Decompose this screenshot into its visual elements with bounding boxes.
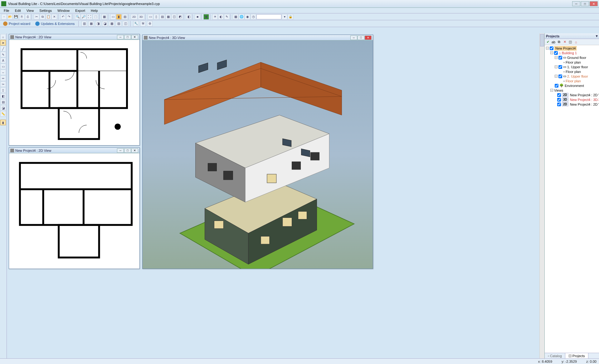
globe-icon[interactable]: 🌐 — [239, 14, 244, 20]
tool-a-icon[interactable]: ▥ — [81, 21, 87, 26]
compass-icon[interactable]: ◉ — [245, 14, 250, 20]
zoom-fit-icon[interactable]: ⛶ — [87, 14, 92, 20]
tree-view3[interactable]: New Project4 : 2D View — [570, 103, 599, 106]
saveall-icon[interactable]: ⎘ — [19, 14, 25, 20]
solid-icon[interactable]: ◪ — [0, 105, 6, 111]
collapse-icon[interactable]: − — [555, 65, 558, 68]
tree-checkbox[interactable] — [550, 46, 553, 50]
rect-icon[interactable]: ▭ — [0, 64, 6, 69]
tree-checkbox[interactable] — [558, 74, 562, 78]
lock-icon[interactable]: 🔒 — [288, 14, 293, 20]
clock-icon[interactable]: ◷ — [251, 14, 256, 20]
gear-icon[interactable]: ⚙ — [147, 21, 153, 26]
tree-checkbox[interactable] — [557, 103, 561, 106]
hatch-icon[interactable]: ▤ — [122, 14, 128, 20]
project-wizard-button[interactable]: Project wizard — [1, 21, 32, 26]
collapse-icon[interactable]: − — [550, 89, 553, 92]
max-button[interactable]: □ — [124, 148, 131, 153]
tree-checkbox[interactable] — [558, 65, 562, 69]
layer-icon[interactable]: ◧ — [186, 14, 192, 20]
cut-icon[interactable]: ✂ — [34, 14, 39, 20]
layers-icon[interactable]: ◫ — [568, 40, 573, 45]
redo-icon[interactable]: ↷ — [66, 14, 72, 20]
copy-icon[interactable]: ⧉ — [557, 40, 562, 45]
view-2d-button[interactable]: 2D — [131, 14, 138, 20]
tree-views[interactable]: Views — [554, 89, 563, 92]
max-button[interactable]: □ — [358, 36, 364, 40]
tree-checkbox[interactable] — [555, 84, 558, 88]
menu-file[interactable]: File — [1, 8, 12, 13]
print-icon[interactable]: ⎙ — [25, 14, 31, 20]
copy-icon[interactable]: ⧉ — [40, 14, 45, 20]
tree-checkbox[interactable] — [557, 93, 561, 97]
maximize-button[interactable]: □ — [581, 1, 589, 6]
min-button[interactable]: ─ — [350, 36, 357, 40]
pencil-icon[interactable]: ✎ — [0, 52, 6, 57]
dropdown-icon[interactable]: ▾ — [282, 14, 287, 20]
render-icon[interactable]: ■ — [195, 14, 200, 20]
tree-root[interactable]: New Project4 — [554, 46, 577, 50]
min-button[interactable]: ─ — [117, 35, 124, 39]
tree-floorplan-2[interactable]: Floor plan — [566, 79, 581, 83]
zoom-out-icon[interactable]: 🔎 — [81, 14, 86, 20]
layout-2-icon[interactable]: ▯ — [153, 14, 159, 20]
wand-icon[interactable]: ✎ — [224, 14, 230, 20]
cursor-icon[interactable]: ▮ — [0, 120, 6, 125]
stairs-icon[interactable]: ▤ — [0, 99, 6, 105]
select-icon[interactable]: ▭ — [110, 14, 116, 20]
updates-button[interactable]: Updates & Extensions — [33, 21, 76, 26]
collapse-icon[interactable]: − — [546, 47, 549, 50]
rename-icon[interactable]: ab — [551, 40, 556, 45]
parallel-icon[interactable]: ═ — [0, 75, 6, 81]
tree-checkbox[interactable] — [554, 51, 558, 55]
tree-floorplan-0[interactable]: Floor plan — [566, 60, 581, 64]
light-icon[interactable]: ☀ — [212, 14, 218, 20]
check-icon[interactable]: ✔ — [545, 40, 550, 45]
menu-export[interactable]: Export — [73, 8, 88, 13]
minimize-button[interactable]: ─ — [572, 1, 580, 6]
arrow-icon[interactable]: ➤ — [0, 40, 6, 46]
text-icon[interactable]: A — [0, 58, 6, 63]
door-icon[interactable]: ◧ — [0, 93, 6, 99]
tool-f-icon[interactable]: ▧ — [116, 21, 121, 26]
tool-c-icon[interactable]: ◨ — [95, 21, 101, 26]
layout-1-icon[interactable]: ▭ — [148, 14, 153, 20]
measure-icon[interactable]: 📏 — [0, 111, 6, 117]
min-button[interactable]: ─ — [117, 148, 124, 153]
house-icon[interactable]: ⌂ — [0, 34, 6, 40]
tree-checkbox[interactable] — [557, 98, 561, 102]
tab-catalog[interactable]: ▫Catalog — [545, 353, 565, 358]
cut-icon[interactable]: ✂ — [0, 81, 6, 87]
view-3d-button[interactable]: 3D — [138, 14, 145, 20]
tree-view1[interactable]: New Project4 : 2D View — [570, 93, 599, 97]
close-button[interactable]: ✕ — [365, 36, 372, 40]
collapse-icon[interactable]: − — [555, 75, 558, 78]
line-icon[interactable]: ╱ — [0, 46, 6, 51]
close-button[interactable]: ✕ — [131, 148, 138, 153]
wall-tool-icon[interactable]: ▮ — [116, 14, 122, 20]
scale-input[interactable] — [256, 14, 281, 19]
tree-upper2[interactable]: 2. Upper floor — [567, 74, 588, 78]
menu-settings[interactable]: Settings — [37, 8, 54, 13]
calc-icon[interactable]: ▦ — [233, 14, 238, 20]
plan-canvas-1[interactable] — [9, 40, 139, 145]
color-icon[interactable]: ■ — [203, 14, 209, 20]
tree-floorplan-1[interactable]: Floor plan — [566, 70, 581, 74]
tree-view2[interactable]: New Project4 : 3D-View — [570, 98, 599, 102]
3d-canvas[interactable] — [143, 41, 373, 269]
project-tree[interactable]: − New Project4 − ⌂ Building 1 − ▭ Ground… — [545, 45, 599, 353]
menu-view[interactable]: View — [24, 8, 37, 13]
delete-icon[interactable]: ✕ — [51, 14, 57, 20]
open-icon[interactable]: 📂 — [7, 14, 13, 20]
menu-window[interactable]: Window — [55, 8, 72, 13]
tree-env[interactable]: Environment — [565, 84, 584, 88]
paste-icon[interactable]: 📋 — [46, 14, 51, 20]
menu-help[interactable]: Help — [88, 8, 100, 13]
tool-d-icon[interactable]: ◪ — [102, 21, 108, 26]
close-button[interactable]: ✕ — [131, 35, 138, 39]
grid-icon[interactable]: ▦ — [101, 14, 107, 20]
layout-3-icon[interactable]: ▤ — [159, 14, 165, 20]
tool-e-icon[interactable]: ▩ — [109, 21, 114, 26]
collapse-icon[interactable]: − — [555, 56, 558, 59]
delete-icon[interactable]: ✕ — [562, 40, 567, 45]
